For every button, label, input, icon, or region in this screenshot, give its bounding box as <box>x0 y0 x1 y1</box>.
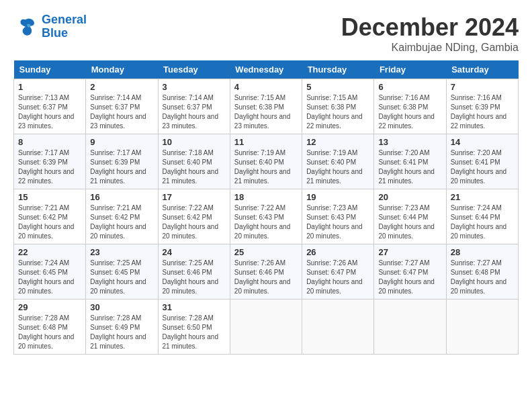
day-number: 20 <box>378 192 441 202</box>
day-cell-14: 14Sunrise: 7:20 AMSunset: 6:41 PMDayligh… <box>446 134 518 189</box>
day-cell-16: 16Sunrise: 7:21 AMSunset: 6:42 PMDayligh… <box>86 189 158 244</box>
day-number: 25 <box>234 247 298 257</box>
day-info: Sunrise: 7:23 AMSunset: 6:43 PMDaylight … <box>306 203 369 241</box>
week-row-1: 1Sunrise: 7:13 AMSunset: 6:37 PMDaylight… <box>14 79 519 134</box>
day-info: Sunrise: 7:28 AMSunset: 6:50 PMDaylight … <box>163 314 226 351</box>
day-cell-26: 26Sunrise: 7:26 AMSunset: 6:47 PMDayligh… <box>302 244 374 300</box>
day-number: 6 <box>378 82 441 92</box>
title-block: December 2024 Kaimbujae NDing, Gambia <box>341 13 519 54</box>
day-number: 28 <box>451 247 514 257</box>
day-cell-12: 12Sunrise: 7:19 AMSunset: 6:40 PMDayligh… <box>302 134 374 189</box>
week-row-2: 8Sunrise: 7:17 AMSunset: 6:39 PMDaylight… <box>14 134 519 189</box>
day-number: 3 <box>163 82 226 92</box>
weekday-header-friday: Friday <box>374 60 446 79</box>
day-info: Sunrise: 7:28 AMSunset: 6:49 PMDaylight … <box>90 314 153 351</box>
day-cell-24: 24Sunrise: 7:25 AMSunset: 6:46 PMDayligh… <box>158 244 230 300</box>
day-info: Sunrise: 7:27 AMSunset: 6:48 PMDaylight … <box>451 259 514 296</box>
week-row-4: 22Sunrise: 7:24 AMSunset: 6:45 PMDayligh… <box>14 244 519 300</box>
day-info: Sunrise: 7:24 AMSunset: 6:44 PMDaylight … <box>451 203 514 241</box>
day-info: Sunrise: 7:18 AMSunset: 6:40 PMDaylight … <box>163 148 226 186</box>
day-info: Sunrise: 7:23 AMSunset: 6:44 PMDaylight … <box>378 203 441 241</box>
day-number: 9 <box>90 137 153 147</box>
day-cell-4: 4Sunrise: 7:15 AMSunset: 6:38 PMDaylight… <box>230 79 302 134</box>
day-info: Sunrise: 7:15 AMSunset: 6:38 PMDaylight … <box>234 93 298 131</box>
day-cell-7: 7Sunrise: 7:16 AMSunset: 6:39 PMDaylight… <box>446 79 518 134</box>
day-cell-9: 9Sunrise: 7:17 AMSunset: 6:39 PMDaylight… <box>86 134 158 189</box>
week-row-3: 15Sunrise: 7:21 AMSunset: 6:42 PMDayligh… <box>14 189 519 244</box>
day-number: 13 <box>378 137 441 147</box>
logo: General Blue <box>13 13 87 40</box>
weekday-header-saturday: Saturday <box>446 60 518 79</box>
day-cell-6: 6Sunrise: 7:16 AMSunset: 6:38 PMDaylight… <box>374 79 446 134</box>
day-info: Sunrise: 7:14 AMSunset: 6:37 PMDaylight … <box>90 93 153 131</box>
day-info: Sunrise: 7:28 AMSunset: 6:48 PMDaylight … <box>18 314 81 351</box>
day-cell-31: 31Sunrise: 7:28 AMSunset: 6:50 PMDayligh… <box>158 300 230 355</box>
day-cell-23: 23Sunrise: 7:25 AMSunset: 6:45 PMDayligh… <box>86 244 158 300</box>
location-title: Kaimbujae NDing, Gambia <box>341 42 519 54</box>
logo-text: General Blue <box>42 13 87 40</box>
day-number: 29 <box>18 302 81 312</box>
day-info: Sunrise: 7:21 AMSunset: 6:42 PMDaylight … <box>18 203 81 241</box>
day-info: Sunrise: 7:19 AMSunset: 6:40 PMDaylight … <box>306 148 369 186</box>
day-number: 22 <box>18 247 81 257</box>
day-number: 11 <box>234 137 298 147</box>
day-info: Sunrise: 7:14 AMSunset: 6:37 PMDaylight … <box>163 93 226 131</box>
logo-icon <box>13 15 38 39</box>
day-info: Sunrise: 7:25 AMSunset: 6:46 PMDaylight … <box>163 259 226 296</box>
day-number: 4 <box>234 82 298 92</box>
day-info: Sunrise: 7:20 AMSunset: 6:41 PMDaylight … <box>378 148 441 186</box>
day-info: Sunrise: 7:22 AMSunset: 6:43 PMDaylight … <box>234 203 298 241</box>
day-number: 17 <box>163 192 226 202</box>
day-number: 5 <box>306 82 369 92</box>
day-info: Sunrise: 7:21 AMSunset: 6:42 PMDaylight … <box>90 203 153 241</box>
weekday-header-monday: Monday <box>86 60 158 79</box>
day-cell-22: 22Sunrise: 7:24 AMSunset: 6:45 PMDayligh… <box>14 244 86 300</box>
day-cell-3: 3Sunrise: 7:14 AMSunset: 6:37 PMDaylight… <box>158 79 230 134</box>
day-info: Sunrise: 7:24 AMSunset: 6:45 PMDaylight … <box>18 259 81 296</box>
day-cell-27: 27Sunrise: 7:27 AMSunset: 6:47 PMDayligh… <box>374 244 446 300</box>
day-cell-2: 2Sunrise: 7:14 AMSunset: 6:37 PMDaylight… <box>86 79 158 134</box>
day-number: 12 <box>306 137 369 147</box>
day-cell-28: 28Sunrise: 7:27 AMSunset: 6:48 PMDayligh… <box>446 244 518 300</box>
day-cell-30: 30Sunrise: 7:28 AMSunset: 6:49 PMDayligh… <box>86 300 158 355</box>
day-number: 10 <box>163 137 226 147</box>
day-number: 2 <box>90 82 153 92</box>
weekday-header-row: SundayMondayTuesdayWednesdayThursdayFrid… <box>14 60 519 79</box>
weekday-header-thursday: Thursday <box>302 60 374 79</box>
day-cell-18: 18Sunrise: 7:22 AMSunset: 6:43 PMDayligh… <box>230 189 302 244</box>
day-cell-13: 13Sunrise: 7:20 AMSunset: 6:41 PMDayligh… <box>374 134 446 189</box>
day-cell-10: 10Sunrise: 7:18 AMSunset: 6:40 PMDayligh… <box>158 134 230 189</box>
logo-line1: General <box>42 13 87 26</box>
weekday-header-sunday: Sunday <box>14 60 86 79</box>
day-number: 27 <box>378 247 441 257</box>
weekday-header-tuesday: Tuesday <box>158 60 230 79</box>
month-title: December 2024 <box>341 13 519 42</box>
day-cell-19: 19Sunrise: 7:23 AMSunset: 6:43 PMDayligh… <box>302 189 374 244</box>
day-number: 24 <box>163 247 226 257</box>
day-info: Sunrise: 7:27 AMSunset: 6:47 PMDaylight … <box>378 259 441 296</box>
day-info: Sunrise: 7:26 AMSunset: 6:46 PMDaylight … <box>234 259 298 296</box>
day-number: 30 <box>90 302 153 312</box>
day-cell-17: 17Sunrise: 7:22 AMSunset: 6:42 PMDayligh… <box>158 189 230 244</box>
day-cell-29: 29Sunrise: 7:28 AMSunset: 6:48 PMDayligh… <box>14 300 86 355</box>
day-number: 31 <box>163 302 226 312</box>
day-info: Sunrise: 7:22 AMSunset: 6:42 PMDaylight … <box>163 203 226 241</box>
day-info: Sunrise: 7:16 AMSunset: 6:39 PMDaylight … <box>451 93 514 131</box>
day-number: 14 <box>451 137 514 147</box>
day-info: Sunrise: 7:16 AMSunset: 6:38 PMDaylight … <box>378 93 441 131</box>
day-cell-5: 5Sunrise: 7:15 AMSunset: 6:38 PMDaylight… <box>302 79 374 134</box>
day-info: Sunrise: 7:20 AMSunset: 6:41 PMDaylight … <box>451 148 514 186</box>
day-number: 15 <box>18 192 81 202</box>
day-info: Sunrise: 7:25 AMSunset: 6:45 PMDaylight … <box>90 259 153 296</box>
day-cell-20: 20Sunrise: 7:23 AMSunset: 6:44 PMDayligh… <box>374 189 446 244</box>
page-header: General Blue December 2024 Kaimbujae NDi… <box>13 13 519 54</box>
day-cell-25: 25Sunrise: 7:26 AMSunset: 6:46 PMDayligh… <box>230 244 302 300</box>
calendar-table: SundayMondayTuesdayWednesdayThursdayFrid… <box>13 60 519 355</box>
day-info: Sunrise: 7:26 AMSunset: 6:47 PMDaylight … <box>306 259 369 296</box>
week-row-5: 29Sunrise: 7:28 AMSunset: 6:48 PMDayligh… <box>14 300 519 355</box>
logo-line2: Blue <box>42 26 68 40</box>
day-number: 21 <box>451 192 514 202</box>
day-info: Sunrise: 7:15 AMSunset: 6:38 PMDaylight … <box>306 93 369 131</box>
day-number: 26 <box>306 247 369 257</box>
day-number: 8 <box>18 137 81 147</box>
